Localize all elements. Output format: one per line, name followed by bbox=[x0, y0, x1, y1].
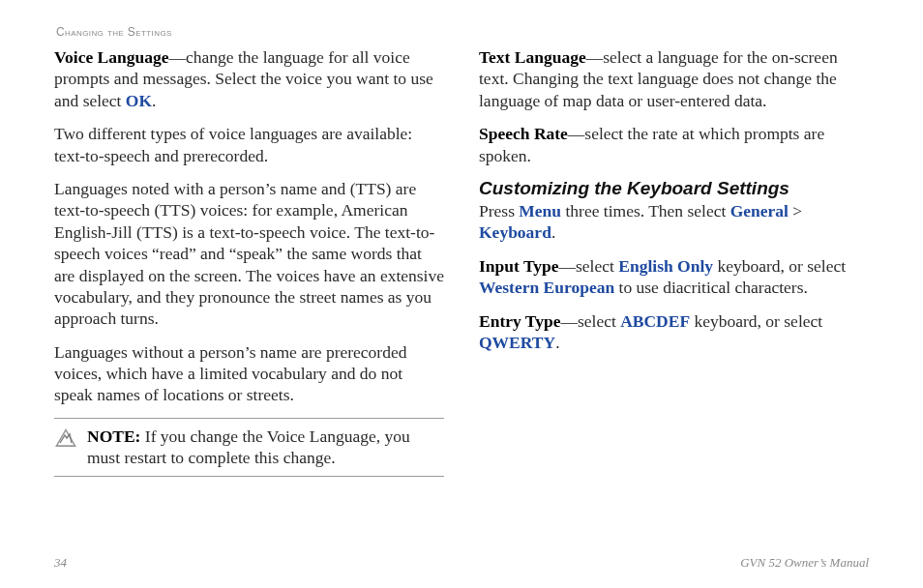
ui-ok: OK bbox=[126, 91, 152, 110]
para-voice-types: Two different types of voice languages a… bbox=[54, 123, 444, 166]
ui-keyboard: Keyboard bbox=[479, 222, 551, 242]
note-box: NOTE: If you change the Voice Language, … bbox=[54, 418, 444, 477]
para-input-type: Input Type—select English Only keyboard,… bbox=[479, 255, 869, 299]
text: three times. Then select bbox=[561, 201, 730, 220]
heading-keyboard: Customizing the Keyboard Settings bbox=[479, 178, 869, 199]
doc-title: GVN 52 Owner’s Manual bbox=[740, 555, 869, 571]
para-keyboard-path: Press Menu three times. Then select Gene… bbox=[479, 200, 869, 244]
para-entry-type: Entry Type—select ABCDEF keyboard, or se… bbox=[479, 310, 869, 354]
text: > bbox=[789, 201, 802, 220]
text: select bbox=[578, 311, 620, 331]
text: keyboard, or select bbox=[713, 256, 846, 276]
document-page: Changing the Settings Voice Language—cha… bbox=[0, 0, 923, 588]
page-footer: 34 GVN 52 Owner’s Manual bbox=[54, 555, 869, 571]
ui-western-european: Western European bbox=[479, 278, 614, 297]
note-icon bbox=[54, 427, 77, 451]
term-text-language: Text Language bbox=[479, 47, 586, 67]
running-head: Changing the Settings bbox=[56, 25, 869, 39]
page-number: 34 bbox=[54, 555, 67, 571]
para-prerecorded: Languages without a person’s name are pr… bbox=[54, 341, 444, 406]
para-tts-explain: Languages noted with a person’s name and… bbox=[54, 178, 444, 330]
dash: — bbox=[568, 124, 585, 143]
para-text-language: Text Language—select a language for the … bbox=[479, 46, 869, 111]
note-label: NOTE: bbox=[87, 426, 140, 446]
text: . bbox=[152, 91, 156, 110]
para-voice-language: Voice Language—change the language for a… bbox=[54, 46, 444, 111]
text: . bbox=[555, 333, 559, 352]
ui-qwerty: QWERTY bbox=[479, 333, 555, 352]
dash: — bbox=[559, 256, 577, 276]
two-column-body: Voice Language—change the language for a… bbox=[54, 46, 869, 538]
para-speech-rate: Speech Rate—select the rate at which pro… bbox=[479, 123, 869, 166]
ui-menu: Menu bbox=[519, 201, 561, 220]
text: keyboard, or select bbox=[690, 311, 822, 331]
text: Press bbox=[479, 201, 519, 220]
term-input-type: Input Type bbox=[479, 256, 559, 276]
dash: — bbox=[586, 47, 604, 67]
term-entry-type: Entry Type bbox=[479, 311, 560, 331]
text: select bbox=[576, 256, 618, 276]
text: . bbox=[551, 222, 555, 242]
ui-english-only: English Only bbox=[618, 256, 713, 276]
dash: — bbox=[168, 47, 186, 67]
dash: — bbox=[560, 311, 578, 331]
term-speech-rate: Speech Rate bbox=[479, 124, 568, 143]
ui-abcdef: ABCDEF bbox=[620, 311, 690, 331]
term-voice-language: Voice Language bbox=[54, 47, 168, 67]
ui-general: General bbox=[730, 201, 789, 220]
text: to use diacritical characters. bbox=[614, 278, 808, 297]
note-text: NOTE: If you change the Voice Language, … bbox=[87, 426, 444, 469]
